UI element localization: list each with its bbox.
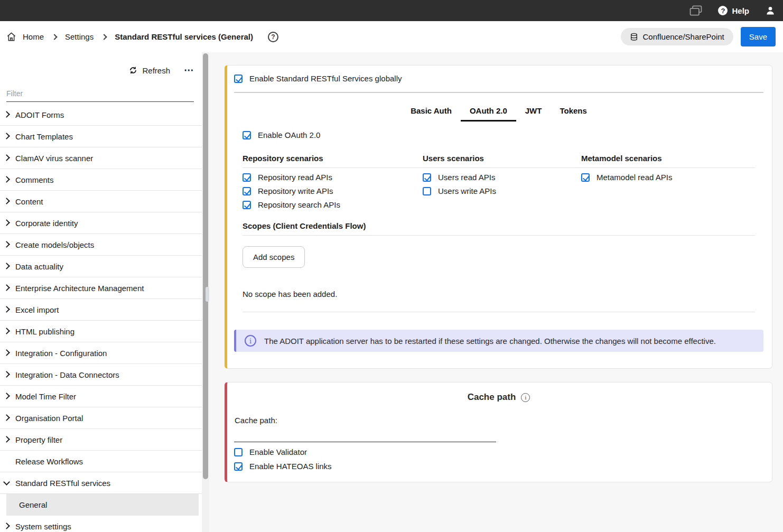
scopes-heading: Scopes (Client Credentials Flow): [243, 221, 763, 235]
settings-sidebar: Refresh ⋯ ADOIT Forms Chart Templates: [0, 52, 209, 532]
cache-path-input[interactable]: [234, 427, 496, 442]
chevron-icon: [3, 414, 10, 421]
tab-label: Basic Auth: [411, 106, 452, 115]
sidebar-item-label: HTML publishing: [15, 327, 74, 336]
chevron-icon: [3, 371, 10, 378]
sidebar-item[interactable]: General: [6, 494, 199, 516]
sidebar-item-label: Data actuality: [15, 262, 63, 271]
cache-option-checkbox[interactable]: [234, 448, 243, 456]
chevron-icon: [3, 522, 10, 529]
enable-oauth-row[interactable]: Enable OAuth 2.0: [243, 130, 763, 139]
scenario-label: Repository read APIs: [258, 173, 332, 182]
sidebar-item[interactable]: Create models/objects: [0, 234, 209, 256]
scenario-checkbox[interactable]: [243, 201, 251, 209]
cache-info-icon[interactable]: i: [521, 393, 530, 402]
section-divider: [234, 92, 763, 93]
sidebar-item-label: Chart Templates: [15, 132, 73, 141]
sidebar-item[interactable]: Model Time Filter: [0, 386, 209, 407]
sidebar-item-label: Content: [15, 197, 43, 206]
scenario-row[interactable]: Repository read APIs: [243, 173, 423, 182]
chevron-icon: [3, 241, 10, 248]
auth-tab[interactable]: OAuth 2.0: [461, 101, 516, 122]
sidebar-item[interactable]: Release Workflows: [0, 451, 209, 472]
sidebar-item[interactable]: System settings: [0, 516, 209, 532]
enable-oauth-checkbox[interactable]: [243, 131, 251, 139]
cache-options-list: Enable Validator Enable HATEOAS links: [234, 447, 763, 471]
cache-path-title: Cache path: [468, 392, 516, 403]
auth-tab[interactable]: JWT: [516, 101, 551, 122]
sidebar-item[interactable]: Property filter: [0, 429, 209, 451]
windows-icon[interactable]: [689, 5, 702, 16]
sidebar-item[interactable]: Integration - Data Connectors: [0, 364, 209, 386]
sidebar-item[interactable]: Chart Templates: [0, 126, 209, 147]
sidebar-item[interactable]: Integration - Configuration: [0, 342, 209, 364]
cache-path-panel: Cache path i Cache path: Enable Validato…: [225, 382, 772, 482]
filter-input[interactable]: [6, 87, 194, 102]
scenario-checkbox[interactable]: [243, 187, 251, 195]
sidebar-resize-handle[interactable]: [206, 287, 209, 302]
auth-tab[interactable]: Basic Auth: [402, 101, 461, 122]
sidebar-item[interactable]: ADOIT Forms: [0, 104, 209, 126]
sidebar-item[interactable]: Content: [0, 191, 209, 212]
chevron-icon: [3, 306, 10, 313]
tab-label: OAuth 2.0: [470, 106, 507, 115]
chevron-icon: [3, 133, 10, 139]
metamodel-scenarios-heading: Metamodel scenarios: [581, 154, 763, 167]
breadcrumb: Home Settings Standard RESTful services …: [6, 32, 253, 42]
breadcrumb-settings[interactable]: Settings: [65, 32, 94, 41]
scenario-checkbox[interactable]: [581, 173, 590, 182]
chevron-icon: [3, 263, 10, 269]
page-header: Home Settings Standard RESTful services …: [0, 21, 783, 52]
scenario-label: Repository search APIs: [258, 200, 340, 209]
enable-oauth-label: Enable OAuth 2.0: [258, 130, 320, 139]
refresh-button[interactable]: Refresh: [129, 66, 170, 75]
enable-global-label: Enable Standard RESTful Services globall…: [249, 74, 402, 83]
cache-option-checkbox[interactable]: [234, 462, 243, 471]
users-scenarios-list: Users read APIs Users write APIs: [423, 168, 581, 209]
sidebar-item[interactable]: ClamAV virus scanner: [0, 147, 209, 169]
help-button[interactable]: ? Help: [718, 6, 749, 15]
sidebar-item[interactable]: Enterprise Architecture Management: [0, 277, 209, 299]
sidebar-item[interactable]: Data actuality: [0, 256, 209, 277]
enable-global-checkbox[interactable]: [234, 74, 243, 83]
settings-nav-list: ADOIT Forms Chart Templates ClamAV virus…: [0, 104, 209, 532]
breadcrumb-home[interactable]: Home: [23, 32, 44, 41]
add-scopes-button[interactable]: Add scopes: [243, 246, 305, 268]
sidebar-item[interactable]: HTML publishing: [0, 321, 209, 342]
info-icon: i: [245, 335, 256, 347]
scenario-row[interactable]: Repository write APIs: [243, 186, 423, 195]
scenario-label: Metamodel read APIs: [596, 173, 672, 182]
sidebar-item[interactable]: Comments: [0, 169, 209, 191]
top-app-bar: ? Help: [0, 0, 783, 21]
chevron-icon: [3, 154, 10, 161]
enable-global-row[interactable]: Enable Standard RESTful Services globall…: [234, 74, 763, 83]
sidebar-item[interactable]: Organisation Portal: [0, 407, 209, 429]
breadcrumb-current: Standard RESTful services (General): [115, 32, 253, 41]
scenario-label: Users write APIs: [438, 186, 496, 195]
auth-tab[interactable]: Tokens: [551, 101, 595, 122]
context-help-icon[interactable]: ?: [268, 32, 278, 42]
scenario-checkbox[interactable]: [243, 173, 251, 182]
chevron-icon: [3, 111, 10, 118]
sidebar-item[interactable]: Excel import: [0, 299, 209, 321]
cache-option-label: Enable Validator: [249, 447, 307, 456]
user-icon[interactable]: [765, 5, 776, 16]
scenario-row[interactable]: Users write APIs: [423, 186, 581, 195]
scenario-row[interactable]: Repository search APIs: [243, 200, 423, 209]
scenario-checkbox[interactable]: [423, 173, 431, 182]
cache-option-row[interactable]: Enable HATEOAS links: [234, 462, 763, 471]
sidebar-item[interactable]: Corporate identity: [0, 212, 209, 234]
sidebar-item[interactable]: Standard RESTful services: [0, 472, 209, 494]
cache-option-row[interactable]: Enable Validator: [234, 447, 763, 456]
scenario-section: Repository scenarios Users scenarios Met…: [243, 154, 763, 209]
more-options-icon[interactable]: ⋯: [184, 68, 194, 73]
sidebar-scrollbar-thumb[interactable]: [203, 53, 208, 479]
chevron-icon: [3, 176, 10, 183]
sidebar-item-label: General: [19, 500, 47, 509]
save-button[interactable]: Save: [741, 27, 776, 46]
scenario-row[interactable]: Users read APIs: [423, 173, 581, 182]
confluence-sharepoint-button[interactable]: Confluence/SharePoint: [621, 28, 733, 45]
scenario-row[interactable]: Metamodel read APIs: [581, 173, 763, 182]
scenario-checkbox[interactable]: [423, 187, 431, 195]
home-icon[interactable]: [6, 32, 16, 42]
